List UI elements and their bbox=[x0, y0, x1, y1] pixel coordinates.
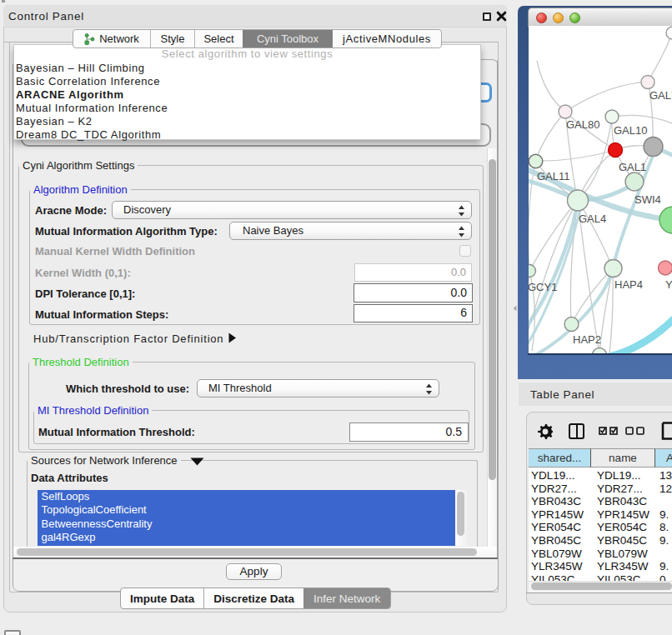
svg-text:GAL11: GAL11 bbox=[537, 170, 570, 182]
svg-text:GCY1: GCY1 bbox=[529, 281, 557, 293]
svg-text:GAL80: GAL80 bbox=[566, 118, 599, 131]
svg-text:HAP2: HAP2 bbox=[573, 333, 601, 346]
svg-text:GAL4: GAL4 bbox=[579, 212, 606, 225]
svg-text:GAL7: GAL7 bbox=[649, 89, 672, 102]
svg-text:Y: Y bbox=[665, 278, 672, 291]
svg-text:GAL10: GAL10 bbox=[614, 124, 647, 137]
svg-text:GAL1: GAL1 bbox=[619, 161, 646, 173]
svg-text:SWI4: SWI4 bbox=[634, 193, 661, 206]
svg-text:HAP4: HAP4 bbox=[614, 278, 643, 291]
